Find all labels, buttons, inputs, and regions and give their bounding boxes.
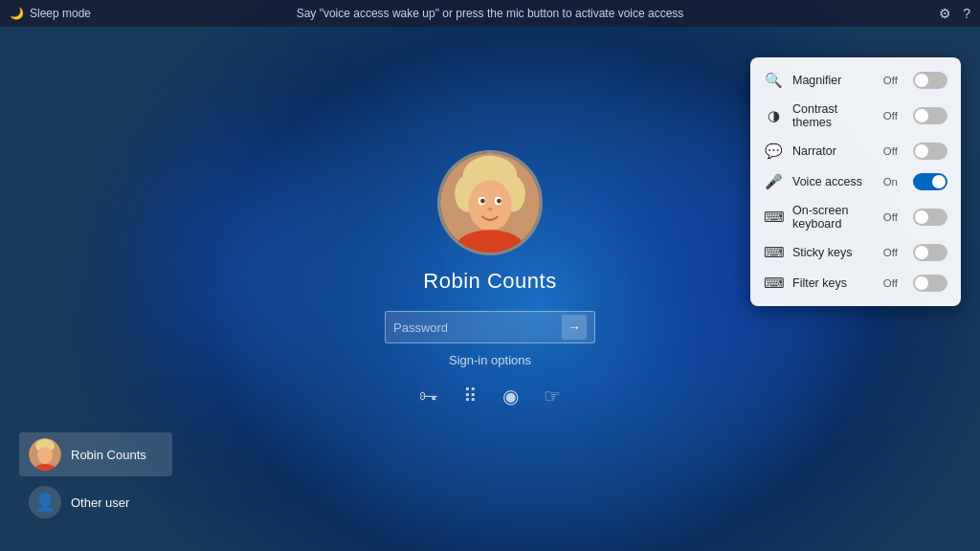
svg-point-9 [487,208,493,211]
user-item-avatar-robin [29,438,61,471]
filter-icon: ⌨ [764,275,783,292]
sticky-status: Off [883,247,898,258]
svg-point-7 [480,199,485,204]
voice-hint: Say "voice access wake up" or press the … [297,7,684,20]
signin-icons-row: 🗝 ⠿ ◉ ☞ [415,381,565,411]
access-row-filter[interactable]: ⌨ Filter keys Off [750,268,961,298]
sticky-toggle[interactable] [913,244,947,261]
access-row-contrast[interactable]: ◑ Contrast themes Off [750,96,961,136]
narrator-toggle[interactable] [913,143,947,160]
voice-label: Voice access [792,175,874,188]
access-row-magnifier[interactable]: 🔍 Magnifier Off [750,65,961,96]
voice-icon: 🎤 [764,173,783,190]
contrast-toggle[interactable] [913,107,947,124]
magnifier-icon: 🔍 [764,72,783,89]
voice-toggle[interactable] [913,173,947,190]
keyboard-label: On-screen keyboard [792,204,874,231]
user-item-name-robin: Robin Counts [71,448,146,462]
svg-point-8 [497,199,501,204]
login-area: Robin Counts → Sign-in options 🗝 ⠿ ◉ ☞ [385,150,595,411]
keyboard-toggle[interactable] [913,209,947,226]
key-signin-button[interactable]: 🗝 [415,381,442,410]
avatar-image [440,153,540,253]
svg-point-4 [468,180,511,231]
topbar: 🌙 Sleep mode Say "voice access wake up" … [0,0,980,27]
user-item-name-other: Other user [71,496,129,510]
keyboard-icon: ⌨ [764,209,783,226]
access-row-narrator[interactable]: 💬 Narrator Off [750,136,961,166]
filter-toggle[interactable] [913,275,947,292]
settings-icon[interactable]: ⚙ [939,6,951,21]
magnifier-toggle[interactable] [913,72,947,89]
voice-status: On [883,176,898,187]
other-user-icon: 👤 [34,492,56,513]
fingerprint-signin-button[interactable]: ☞ [540,381,565,411]
user-avatar [437,150,543,255]
password-input[interactable] [393,320,562,334]
narrator-status: Off [883,145,898,157]
access-row-sticky[interactable]: ⌨ Sticky keys Off [750,237,961,268]
contrast-icon: ◑ [764,107,783,124]
topbar-right: ⚙ ? [939,6,970,21]
accessibility-panel: 🔍 Magnifier Off ◑ Contrast themes Off 💬 … [750,57,961,306]
sticky-label: Sticky keys [792,246,874,259]
access-row-keyboard[interactable]: ⌨ On-screen keyboard Off [750,197,961,237]
signin-options-link[interactable]: Sign-in options [449,353,531,367]
contrast-status: Off [883,110,898,121]
magnifier-label: Magnifier [792,74,874,87]
sticky-icon: ⌨ [764,244,783,261]
topbar-left: 🌙 Sleep mode [10,7,91,20]
help-icon[interactable]: ? [963,6,970,21]
face-signin-button[interactable]: ◉ [499,381,523,411]
filter-label: Filter keys [792,276,874,290]
bg-blur-left [96,77,383,459]
magnifier-status: Off [883,75,898,86]
pin-signin-button[interactable]: ⠿ [459,381,481,411]
user-switcher: Robin Counts 👤 Other user [19,432,172,524]
narrator-icon: 💬 [764,143,783,160]
password-submit-button[interactable]: → [562,315,587,340]
password-row: → [385,311,595,343]
user-item-avatar-other: 👤 [29,486,61,518]
access-row-voice[interactable]: 🎤 Voice access On [750,166,961,197]
user-item-avatar-image-robin [29,438,61,471]
user-item-other[interactable]: 👤 Other user [19,480,172,524]
username-label: Robin Counts [423,269,556,294]
sleep-icon: 🌙 [10,7,24,20]
filter-status: Off [883,277,898,289]
svg-point-13 [37,447,53,464]
user-item-robin[interactable]: Robin Counts [19,432,172,476]
keyboard-status: Off [883,211,898,223]
arrow-icon: → [568,320,581,335]
sleep-label: Sleep mode [30,7,91,20]
contrast-label: Contrast themes [792,102,874,129]
narrator-label: Narrator [792,144,874,158]
